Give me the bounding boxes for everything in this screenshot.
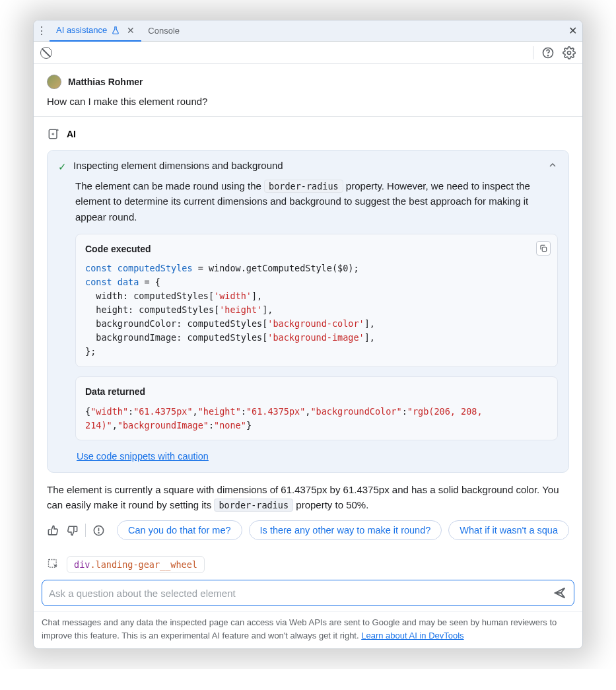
close-tab-icon[interactable]: ✕ xyxy=(127,25,135,36)
data-ret-label: Data returned xyxy=(85,385,548,399)
suggestions: Can you do that for me? Is there any oth… xyxy=(117,520,569,540)
tab-label: AI assistance xyxy=(56,25,107,35)
chevron-up-icon[interactable] xyxy=(547,160,558,170)
chat-content: Matthias Rohmer How can I make this elem… xyxy=(34,64,582,540)
tab-label: Console xyxy=(148,26,180,36)
footer-disclaimer: Chat messages and any data the inspected… xyxy=(34,611,582,648)
gear-icon[interactable] xyxy=(563,46,576,59)
clear-icon[interactable] xyxy=(40,47,52,59)
user-name: Matthias Rohmer xyxy=(68,77,143,87)
inspect-title: Inspecting element dimensions and backgr… xyxy=(73,160,283,171)
suggestion-chip[interactable]: Is there any other way to make it round? xyxy=(249,520,442,540)
text: property to 50%. xyxy=(293,499,368,510)
selected-element-row: div.landing-gear__wheel xyxy=(34,556,582,580)
inspect-body: The element can be made round using the … xyxy=(75,178,558,464)
caution-row: Use code snippets with caution xyxy=(77,448,558,464)
svg-point-6 xyxy=(98,532,99,533)
footer-link[interactable]: Learn about AI in DevTools xyxy=(361,631,463,640)
user-header: Matthias Rohmer xyxy=(47,75,569,89)
element-select-icon[interactable] xyxy=(47,558,60,571)
toolbar xyxy=(34,42,582,64)
flask-icon xyxy=(111,26,120,35)
help-icon[interactable] xyxy=(541,46,555,59)
ai-sparkle-icon xyxy=(47,127,60,141)
question-input-wrap[interactable] xyxy=(42,580,574,606)
divider xyxy=(85,524,86,537)
avatar xyxy=(47,75,61,89)
close-panel-icon[interactable]: ✕ xyxy=(568,24,577,37)
selector-class: .landing-gear__wheel xyxy=(90,559,197,570)
thumbs-down-icon[interactable] xyxy=(66,524,79,537)
footer-text: Chat messages and any data the inspected… xyxy=(42,617,557,640)
user-message: How can I make this element round? xyxy=(47,96,569,107)
text: The element can be made round using the xyxy=(75,180,264,191)
ai-header: AI xyxy=(47,127,569,141)
question-input[interactable] xyxy=(49,588,553,599)
code-block: const computedStyles = window.getCompute… xyxy=(85,261,548,358)
suggestion-chip[interactable]: What if it wasn't a squa xyxy=(448,520,569,540)
inspect-step-box: ✓ Inspecting element dimensions and back… xyxy=(47,150,569,473)
feedback-group xyxy=(47,524,112,537)
selector-tag: div xyxy=(74,559,90,570)
data-block: {"width":"61.4375px","height":"61.4375px… xyxy=(85,405,548,432)
svg-rect-4 xyxy=(542,247,546,251)
report-icon[interactable] xyxy=(92,524,105,537)
svg-point-2 xyxy=(568,51,571,54)
data-returned-box: Data returned {"width":"61.4375px","heig… xyxy=(75,376,558,441)
tab-bar: ⋮ AI assistance ✕ Console ✕ xyxy=(34,20,582,42)
selected-element-chip[interactable]: div.landing-gear__wheel xyxy=(67,556,205,573)
ai-summary: The element is currently a square with d… xyxy=(47,482,569,513)
ai-label: AI xyxy=(67,129,76,139)
more-menu-icon[interactable]: ⋮ xyxy=(34,24,50,37)
divider xyxy=(34,116,582,117)
actions-row: Can you do that for me? Is there any oth… xyxy=(47,520,569,540)
inline-code: border-radius xyxy=(264,180,343,193)
code-executed-box: Code executed const computedStyles = win… xyxy=(75,234,558,367)
code-exec-label: Code executed xyxy=(85,242,548,257)
suggestion-chip[interactable]: Can you do that for me? xyxy=(117,520,242,540)
send-icon[interactable] xyxy=(553,586,567,600)
copy-button[interactable] xyxy=(536,241,551,256)
tab-ai-assistance[interactable]: AI assistance ✕ xyxy=(50,20,141,42)
inline-code: border-radius xyxy=(214,499,293,512)
caution-link[interactable]: Use code snippets with caution xyxy=(77,451,209,462)
devtools-window: ⋮ AI assistance ✕ Console ✕ Matthias Roh… xyxy=(33,20,583,649)
thumbs-up-icon[interactable] xyxy=(47,524,59,537)
tab-console[interactable]: Console xyxy=(141,20,186,42)
check-icon: ✓ xyxy=(58,161,67,173)
svg-point-1 xyxy=(548,55,549,55)
